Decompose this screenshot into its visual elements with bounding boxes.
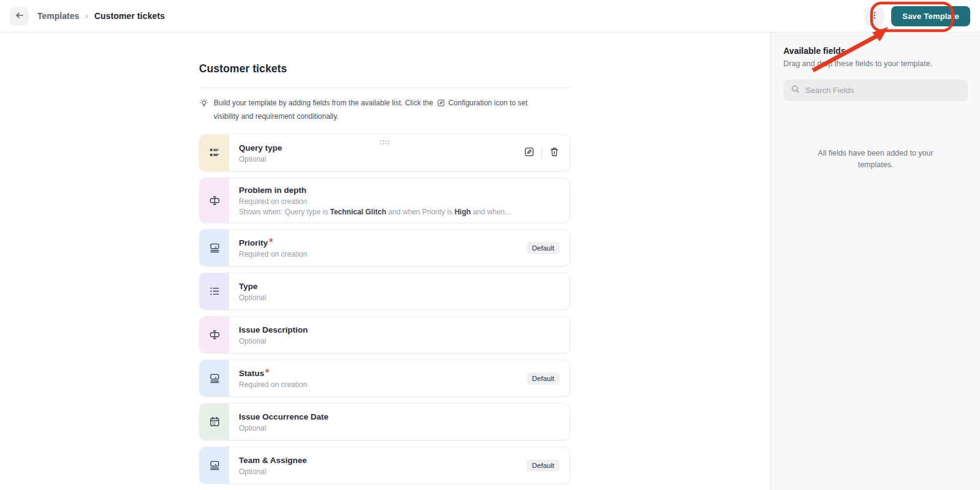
field-title: Team & Assignee [239, 456, 307, 465]
field-card[interactable]: Problem in depth Required on creation Sh… [199, 178, 570, 223]
breadcrumb-current: Customer tickets [94, 11, 165, 21]
available-fields-title: Available fields [783, 46, 968, 56]
top-bar: Templates › Customer tickets Save Templa… [0, 0, 980, 32]
calendar-icon [200, 404, 229, 440]
breadcrumb-separator-icon: › [85, 11, 88, 21]
field-requirement: Optional [239, 293, 266, 302]
field-title: Problem in depth [239, 186, 306, 195]
template-editor-main: Customer tickets Build your template by … [0, 32, 771, 490]
field-title: Status [239, 369, 264, 378]
field-card[interactable]: Priority* Required on creation Default [199, 229, 570, 266]
field-card[interactable]: Team & Assignee Optional Default [199, 447, 570, 484]
back-arrow-icon [15, 10, 24, 22]
field-visibility-condition: Shows when: Query type is Technical Glit… [239, 208, 511, 216]
lightbulb-icon [199, 98, 209, 123]
breadcrumb-templates[interactable]: Templates [37, 11, 79, 21]
back-button[interactable] [10, 7, 29, 26]
available-fields-subtitle: Drag and drop these fields to your templ… [783, 59, 968, 68]
field-title: Priority [239, 238, 268, 247]
field-requirement: Required on creation [239, 380, 307, 389]
field-title: Query type [239, 143, 282, 153]
save-template-button[interactable]: Save Template [891, 6, 970, 26]
default-badge: Default [527, 372, 560, 385]
field-requirement: Required on creation [239, 197, 511, 206]
delete-button[interactable] [549, 146, 560, 159]
field-requirement: Optional [239, 467, 308, 476]
field-card[interactable]: Query type Optional [199, 134, 570, 172]
field-card[interactable]: Issue Description Optional [199, 316, 570, 353]
field-title: Issue Description [239, 325, 308, 334]
field-requirement: Optional [239, 424, 330, 432]
search-fields-input[interactable] [805, 86, 960, 95]
text-input-icon [200, 178, 229, 222]
page-title: Customer tickets [199, 62, 570, 75]
field-requirement: Optional [239, 155, 284, 164]
select-icon [200, 447, 229, 483]
builder-tip: Build your template by adding fields fro… [199, 97, 570, 123]
text-input-icon [200, 317, 229, 353]
field-card[interactable]: Issue Occurrence Date Optional [199, 403, 570, 440]
required-asterisk: * [265, 368, 269, 378]
field-title: Issue Occurrence Date [239, 412, 328, 421]
field-card[interactable]: Type Optional [199, 273, 570, 310]
configuration-icon [437, 99, 445, 111]
select-icon [200, 360, 229, 396]
tip-text-before: Build your template by adding fields fro… [214, 99, 433, 107]
action-divider [541, 148, 542, 159]
title-divider [199, 88, 570, 88]
drag-handle-icon[interactable] [380, 140, 390, 145]
list-icon [200, 273, 229, 309]
radio-list-icon [200, 135, 229, 171]
field-requirement: Optional [239, 337, 309, 345]
required-asterisk: * [269, 237, 273, 247]
breadcrumb: Templates › Customer tickets [29, 11, 165, 21]
search-icon [791, 85, 800, 96]
kebab-menu-icon [870, 11, 879, 21]
available-fields-panel: Available fields Drag and drop these fie… [771, 32, 980, 490]
configure-icon [524, 146, 535, 159]
configure-button[interactable] [524, 146, 535, 159]
field-card[interactable]: Status* Required on creation Default [199, 360, 570, 397]
field-title: Type [239, 282, 258, 291]
field-requirement: Required on creation [239, 250, 307, 258]
all-fields-added-message: All fields have been added to your templ… [805, 148, 946, 172]
trash-icon [549, 146, 560, 159]
template-field-list: Query type Optional Problem in depth Req… [199, 134, 570, 490]
search-fields-box[interactable] [783, 80, 968, 101]
more-options-button[interactable] [865, 7, 884, 26]
default-badge: Default [527, 242, 560, 254]
select-icon [200, 230, 229, 266]
default-badge: Default [527, 459, 560, 472]
